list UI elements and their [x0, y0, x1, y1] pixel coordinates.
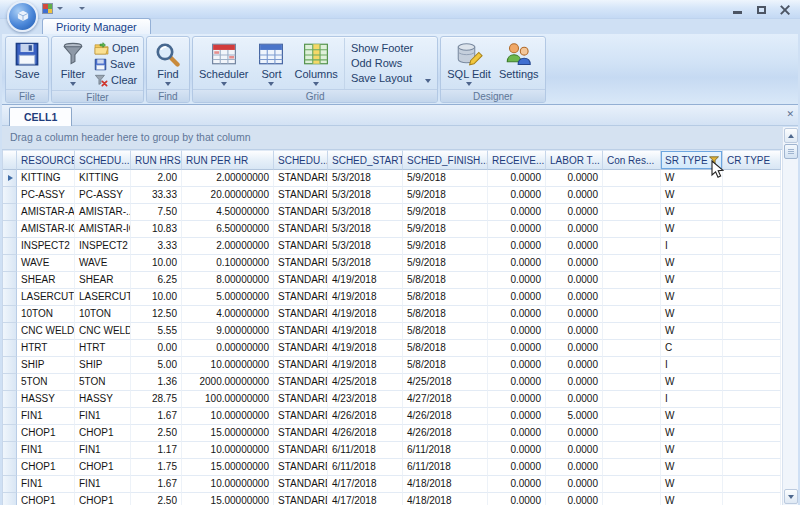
grid-cell[interactable]	[723, 340, 781, 357]
grid-cell[interactable]: 1.67	[131, 408, 182, 425]
scroll-up-button[interactable]	[784, 128, 798, 143]
maximize-button[interactable]	[754, 4, 768, 15]
grid-cell[interactable]: I	[661, 357, 723, 374]
grid-cell[interactable]: 0.0000	[546, 425, 603, 442]
grid-cell[interactable]: W	[661, 493, 723, 505]
grid-cell[interactable]	[603, 357, 661, 374]
grid-cell[interactable]: FIN1	[75, 476, 131, 493]
chevron-down-icon[interactable]	[57, 7, 63, 10]
grid-cell[interactable]: AMISTAR-...	[75, 204, 131, 221]
grid-cell[interactable]: FIN1	[17, 442, 75, 459]
grid-cell[interactable]: 10.00	[131, 255, 182, 272]
grid-cell[interactable]	[723, 289, 781, 306]
row-selector[interactable]	[3, 425, 17, 442]
column-header-receive[interactable]: RECEIVE...	[488, 150, 546, 170]
grid-cell[interactable]: STANDARD	[274, 204, 328, 221]
grid-cell[interactable]	[723, 272, 781, 289]
grid-cell[interactable]: 0.0000	[488, 272, 546, 289]
grid-cell[interactable]: 5/3/2018	[328, 170, 403, 187]
grid-cell[interactable]: W	[661, 476, 723, 493]
grid-cell[interactable]	[723, 476, 781, 493]
grid-cell[interactable]: 7.50	[131, 204, 182, 221]
grid-cell[interactable]	[723, 204, 781, 221]
grid-cell[interactable]: 6/11/2018	[328, 442, 403, 459]
grid-cell[interactable]: 0.0000	[488, 170, 546, 187]
column-header-run_hrs[interactable]: RUN HRS	[131, 150, 182, 170]
grid-cell[interactable]	[603, 374, 661, 391]
row-selector[interactable]	[3, 476, 17, 493]
grid-cell[interactable]: W	[661, 272, 723, 289]
grid-cell[interactable]: LASERCUT	[17, 289, 75, 306]
grid-cell[interactable]: 10.00000000	[182, 408, 274, 425]
grid-cell[interactable]: 0.0000	[546, 306, 603, 323]
grid-cell[interactable]: 6/11/2018	[328, 459, 403, 476]
grid-cell[interactable]: 0.0000	[488, 374, 546, 391]
scroll-down-button[interactable]	[784, 489, 798, 504]
grid-cell[interactable]: SHIP	[17, 357, 75, 374]
grid-cell[interactable]: W	[661, 204, 723, 221]
grid-cell[interactable]: AMISTAR-IC	[75, 221, 131, 238]
grid-cell[interactable]	[603, 391, 661, 408]
row-selector[interactable]	[3, 442, 17, 459]
grid-cell[interactable]	[723, 459, 781, 476]
grid-cell[interactable]: 9.00000000	[182, 323, 274, 340]
grid-cell[interactable]: 5/9/2018	[403, 238, 488, 255]
grid-cell[interactable]	[723, 255, 781, 272]
grid-cell[interactable]: STANDARD	[274, 289, 328, 306]
grid-cell[interactable]: 100.00000000	[182, 391, 274, 408]
row-selector[interactable]	[3, 187, 17, 204]
tab-cell1[interactable]: CELL1	[9, 107, 72, 126]
grid-cell[interactable]: 5/8/2018	[403, 340, 488, 357]
grid-cell[interactable]: PC-ASSY	[75, 187, 131, 204]
grid-cell[interactable]: 5TON	[17, 374, 75, 391]
grid-cell[interactable]	[603, 306, 661, 323]
grid-cell[interactable]: 4/19/2018	[328, 323, 403, 340]
grid-cell[interactable]: FIN1	[75, 408, 131, 425]
grid-cell[interactable]: CNC WELD	[17, 323, 75, 340]
tabbar-close-icon[interactable]: ✕	[786, 109, 794, 119]
grid-cell[interactable]: 0.0000	[488, 357, 546, 374]
grid-cell[interactable]	[723, 357, 781, 374]
grid-cell[interactable]: 0.0000	[546, 204, 603, 221]
row-selector[interactable]	[3, 272, 17, 289]
grid-cell[interactable]: SHEAR	[17, 272, 75, 289]
grid-cell[interactable]: 1.17	[131, 442, 182, 459]
show-footer-button[interactable]: Show Footer	[351, 41, 413, 56]
grid-cell[interactable]: 5/8/2018	[403, 306, 488, 323]
grid-cell[interactable]: 0.0000	[488, 459, 546, 476]
sql-edit-button[interactable]: SQL Edit	[443, 38, 495, 89]
grid-cell[interactable]: 20.00000000	[182, 187, 274, 204]
grid-cell[interactable]: KITTING	[17, 170, 75, 187]
grid-cell[interactable]: AMISTAR-IC	[17, 221, 75, 238]
grid-cell[interactable]: 0.0000	[488, 408, 546, 425]
grid-cell[interactable]: 4.00000000	[182, 306, 274, 323]
grid-cell[interactable]	[723, 170, 781, 187]
grid-cell[interactable]: W	[661, 408, 723, 425]
grid-cell[interactable]: 0.0000	[488, 425, 546, 442]
grid-cell[interactable]: STANDARD	[274, 187, 328, 204]
row-selector[interactable]	[3, 221, 17, 238]
grid-cell[interactable]: 0.0000	[488, 238, 546, 255]
column-header-sched_type[interactable]: SCHEDU...	[274, 150, 328, 170]
grid-cell[interactable]	[603, 170, 661, 187]
grid-cell[interactable]	[723, 408, 781, 425]
grid-cell[interactable]: 0.0000	[546, 476, 603, 493]
grid-cell[interactable]	[723, 306, 781, 323]
grid-cell[interactable]: W	[661, 374, 723, 391]
row-selector[interactable]	[3, 408, 17, 425]
grid-cell[interactable]: HASSY	[75, 391, 131, 408]
grid-cell[interactable]	[603, 272, 661, 289]
grid-cell[interactable]: 15.00000000	[182, 493, 274, 505]
grid-cell[interactable]: 4/19/2018	[328, 272, 403, 289]
grid-cell[interactable]: 2.00000000	[182, 170, 274, 187]
grid-cell[interactable]: 2.00000000	[182, 238, 274, 255]
grid-cell[interactable]: HASSY	[17, 391, 75, 408]
grid-cell[interactable]: 10.00000000	[182, 442, 274, 459]
settings-button[interactable]: Settings	[495, 38, 543, 89]
grid-cell[interactable]: 4/26/2018	[403, 425, 488, 442]
grid-cell[interactable]: 33.33	[131, 187, 182, 204]
grid-cell[interactable]: CHOP1	[17, 459, 75, 476]
grid-cell[interactable]: 5/3/2018	[328, 221, 403, 238]
grid-cell[interactable]: KITTING	[75, 170, 131, 187]
grid-cell[interactable]: STANDARD	[274, 323, 328, 340]
